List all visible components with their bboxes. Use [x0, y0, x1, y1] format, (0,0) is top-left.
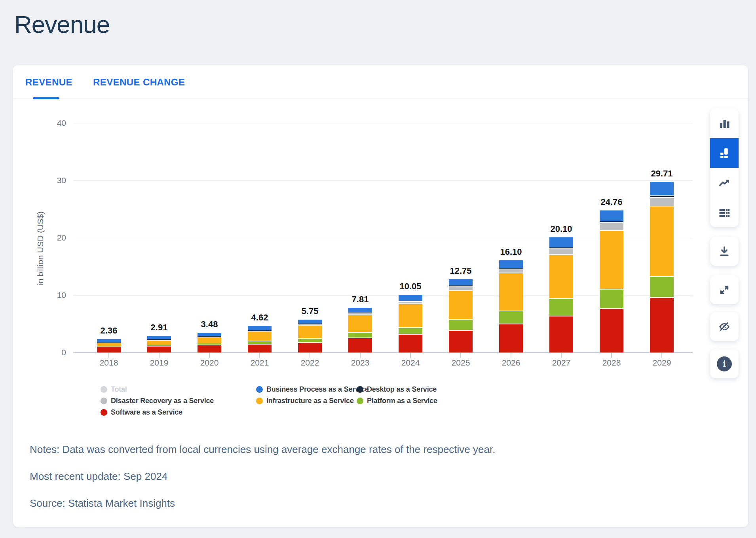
- bar-segment-platform-as-a-service[interactable]: [198, 343, 221, 345]
- bar-segment-disaster-recovery-as-a-service[interactable]: [549, 248, 573, 254]
- bar-segment-disaster-recovery-as-a-service[interactable]: [499, 269, 523, 273]
- bar-stack-2020[interactable]: [198, 332, 221, 352]
- bar-segment-disaster-recovery-as-a-service[interactable]: [298, 324, 322, 325]
- bar-segment-software-as-a-service[interactable]: [600, 308, 623, 352]
- bar-segment-software-as-a-service[interactable]: [348, 337, 372, 352]
- line-chart-button[interactable]: [710, 168, 739, 197]
- bar-segment-software-as-a-service[interactable]: [298, 342, 322, 352]
- bar-segment-platform-as-a-service[interactable]: [549, 298, 573, 316]
- bar-segment-infrastructure-as-a-service[interactable]: [499, 273, 523, 311]
- bar-segment-disaster-recovery-as-a-service[interactable]: [198, 336, 221, 337]
- bar-segment-software-as-a-service[interactable]: [198, 345, 221, 352]
- bar-segment-platform-as-a-service[interactable]: [600, 289, 623, 308]
- bar-segment-platform-as-a-service[interactable]: [449, 319, 473, 330]
- bar-segment-infrastructure-as-a-service[interactable]: [97, 342, 121, 346]
- bar-segment-business-process-as-a-service[interactable]: [600, 210, 623, 221]
- bar-segment-infrastructure-as-a-service[interactable]: [600, 230, 623, 289]
- bar-segment-disaster-recovery-as-a-service[interactable]: [348, 312, 372, 314]
- bar-segment-infrastructure-as-a-service[interactable]: [298, 325, 322, 338]
- bar-stack-2018[interactable]: [97, 338, 121, 352]
- bar-segment-disaster-recovery-as-a-service[interactable]: [248, 330, 272, 331]
- bar-segment-software-as-a-service[interactable]: [499, 324, 523, 352]
- bar-stack-2019[interactable]: [147, 335, 171, 352]
- stacked-chart-button[interactable]: [710, 138, 739, 168]
- bar-segment-software-as-a-service[interactable]: [399, 334, 422, 352]
- legend-item-software-as-a-service[interactable]: Software as a Service: [101, 407, 182, 417]
- bar-segment-business-process-as-a-service[interactable]: [97, 339, 121, 342]
- table-button[interactable]: [710, 197, 739, 227]
- x-axis-tick: [410, 352, 411, 358]
- bar-segment-software-as-a-service[interactable]: [449, 330, 473, 352]
- bar-segment-business-process-as-a-service[interactable]: [198, 333, 221, 336]
- bar-segment-software-as-a-service[interactable]: [97, 347, 121, 352]
- legend-item-total[interactable]: Total: [101, 384, 127, 394]
- bar-segment-desktop-as-a-service[interactable]: [600, 221, 623, 222]
- bar-segment-software-as-a-service[interactable]: [248, 344, 272, 352]
- bar-segment-platform-as-a-service[interactable]: [147, 345, 171, 345]
- bar-segment-disaster-recovery-as-a-service[interactable]: [97, 342, 121, 343]
- bar-stack-2023[interactable]: [348, 307, 372, 352]
- tab-revenue-change[interactable]: REVENUE CHANGE: [93, 77, 185, 88]
- bar-stack-2021[interactable]: [248, 325, 272, 352]
- bar-segment-infrastructure-as-a-service[interactable]: [650, 206, 674, 276]
- column-chart-button[interactable]: [710, 108, 739, 138]
- bar-segment-disaster-recovery-as-a-service[interactable]: [147, 339, 171, 340]
- legend-item-business-process-as-a-service[interactable]: Business Process as a Service: [256, 384, 369, 394]
- bar-segment-disaster-recovery-as-a-service[interactable]: [399, 301, 422, 304]
- bar-segment-business-process-as-a-service[interactable]: [399, 295, 422, 301]
- bar-segment-desktop-as-a-service[interactable]: [650, 195, 674, 197]
- bar-segment-business-process-as-a-service[interactable]: [348, 308, 372, 312]
- bar-segment-infrastructure-as-a-service[interactable]: [549, 254, 573, 298]
- legend-item-disaster-recovery-as-a-service[interactable]: Disaster Recovery as a Service: [101, 396, 214, 406]
- bar-segment-business-process-as-a-service[interactable]: [499, 260, 523, 268]
- bar-stack-2025[interactable]: [449, 278, 473, 352]
- info-button[interactable]: i: [710, 349, 739, 378]
- bar-segment-business-process-as-a-service[interactable]: [298, 320, 322, 324]
- legend-item-platform-as-a-service[interactable]: Platform as a Service: [357, 396, 437, 406]
- expand-button[interactable]: [710, 275, 739, 304]
- bar-segment-infrastructure-as-a-service[interactable]: [449, 290, 473, 319]
- hide-button[interactable]: [710, 312, 739, 341]
- bar-stack-2027[interactable]: [549, 237, 573, 352]
- bar-segment-platform-as-a-service[interactable]: [348, 332, 372, 337]
- x-axis-label: 2024: [387, 358, 434, 368]
- tab-revenue[interactable]: REVENUE: [25, 77, 72, 88]
- bar-stack-2024[interactable]: [399, 294, 422, 352]
- bar-stack-2028[interactable]: [600, 210, 623, 352]
- bar-segment-platform-as-a-service[interactable]: [650, 276, 674, 297]
- bar-segment-desktop-as-a-service[interactable]: [499, 268, 523, 269]
- bar-segment-platform-as-a-service[interactable]: [298, 338, 322, 342]
- bar-segment-business-process-as-a-service[interactable]: [248, 326, 272, 330]
- bar-segment-disaster-recovery-as-a-service[interactable]: [449, 286, 473, 290]
- total-label: 5.75: [286, 306, 334, 316]
- bar-segment-software-as-a-service[interactable]: [650, 297, 674, 352]
- bar-segment-desktop-as-a-service[interactable]: [549, 247, 573, 248]
- bar-segment-business-process-as-a-service[interactable]: [147, 336, 171, 339]
- bar-segment-infrastructure-as-a-service[interactable]: [248, 332, 272, 341]
- bar-stack-2029[interactable]: [650, 181, 674, 352]
- bar-segment-disaster-recovery-as-a-service[interactable]: [600, 222, 623, 230]
- bar-segment-desktop-as-a-service[interactable]: [449, 285, 473, 286]
- download-button[interactable]: [710, 237, 739, 266]
- bar-stack-2026[interactable]: [499, 260, 523, 352]
- y-axis-tick-label: 30: [13, 175, 66, 186]
- bar-segment-software-as-a-service[interactable]: [549, 316, 573, 352]
- bar-segment-business-process-as-a-service[interactable]: [549, 237, 573, 247]
- bar-segment-disaster-recovery-as-a-service[interactable]: [650, 197, 674, 206]
- bar-segment-platform-as-a-service[interactable]: [399, 327, 422, 334]
- bar-segment-infrastructure-as-a-service[interactable]: [147, 340, 171, 345]
- bar-stack-2022[interactable]: [298, 319, 322, 352]
- bar-segment-infrastructure-as-a-service[interactable]: [198, 337, 221, 343]
- bar-segment-business-process-as-a-service[interactable]: [650, 182, 674, 195]
- bar-segment-software-as-a-service[interactable]: [147, 346, 171, 352]
- bar-segment-infrastructure-as-a-service[interactable]: [348, 314, 372, 332]
- bar-segment-infrastructure-as-a-service[interactable]: [399, 303, 422, 327]
- bar-segment-business-process-as-a-service[interactable]: [449, 279, 473, 285]
- bar-segment-platform-as-a-service[interactable]: [97, 346, 121, 347]
- bar-segment-platform-as-a-service[interactable]: [248, 341, 272, 343]
- x-axis-tick: [661, 352, 662, 358]
- legend-item-desktop-as-a-service[interactable]: Desktop as a Service: [357, 384, 437, 394]
- bar-segment-platform-as-a-service[interactable]: [499, 311, 523, 324]
- bar-segment-desktop-as-a-service[interactable]: [399, 301, 422, 301]
- legend-item-infrastructure-as-a-service[interactable]: Infrastructure as a Service: [256, 396, 354, 406]
